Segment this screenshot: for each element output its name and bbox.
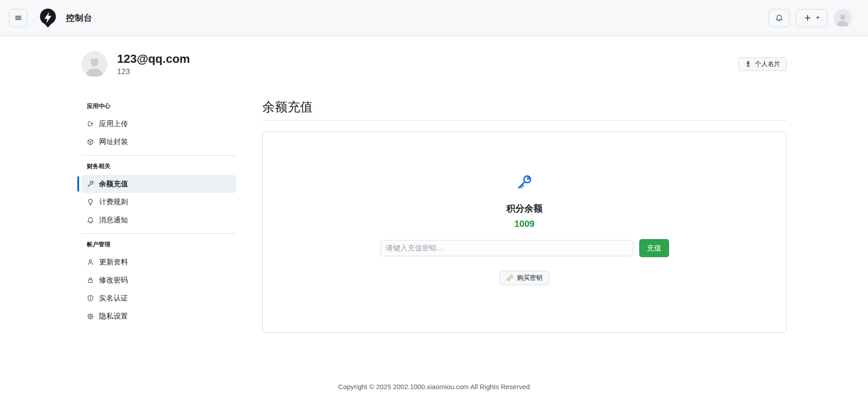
balance-label: 积分余额: [506, 202, 542, 215]
sidebar-section-title-finance: 财务相关: [81, 159, 236, 175]
link-icon: [506, 274, 514, 282]
header-avatar[interactable]: [834, 9, 852, 27]
copyright-text: Copyright © 2025 2002.1000.xiaomiou.com …: [338, 383, 530, 390]
bell-icon: [775, 14, 783, 22]
main-content: 余额充值 积分余额 1009 充值: [262, 99, 787, 333]
sidebar-divider: [81, 155, 236, 155]
profile-email: 123@qq.com: [117, 52, 190, 66]
sidebar-item-label: 计费规则: [99, 198, 128, 207]
buy-key-label: 购买密钥: [517, 274, 542, 282]
sidebar-item-label: 网址封装: [99, 137, 128, 147]
hamburger-icon: [14, 14, 22, 22]
sidebar-item-label: 更新资料: [99, 258, 128, 267]
sidebar-item-billing-rules[interactable]: 计费规则: [81, 193, 236, 211]
sidebar-divider: [81, 233, 236, 234]
profile-header: 123@qq.com 123 个人名片: [81, 51, 787, 77]
recharge-key-input[interactable]: [380, 240, 633, 256]
profile-info: 123@qq.com 123: [117, 52, 190, 76]
shield-icon: [87, 295, 94, 302]
plus-icon: [804, 14, 811, 22]
sidebar-item-label: 消息通知: [99, 216, 128, 225]
upload-icon: [87, 120, 94, 127]
profile-avatar[interactable]: [81, 51, 108, 77]
profile-username: 123: [117, 67, 190, 76]
lightbulb-icon: [87, 198, 94, 206]
sidebar-item-label: 修改密码: [99, 276, 128, 285]
footer: Copyright © 2025 2002.1000.xiaomiou.com …: [0, 383, 868, 390]
avatar-placeholder-icon: [81, 51, 108, 77]
balance-value: 1009: [514, 219, 535, 229]
lock-icon: [87, 277, 94, 284]
avatar-placeholder-icon: [834, 9, 852, 27]
person-figure-icon: [745, 61, 752, 68]
person-icon: [87, 259, 94, 266]
recharge-button[interactable]: 充值: [639, 239, 669, 257]
sidebar-item-label: 隐私设置: [99, 312, 128, 321]
personal-card-button[interactable]: 个人名片: [738, 57, 787, 71]
lightning-pin-logo: [38, 8, 58, 28]
sidebar-nav: 应用中心 应用上传 网址封装 财务相关: [81, 99, 236, 325]
sidebar-item-label: 应用上传: [99, 119, 128, 129]
sidebar-item-privacy-settings[interactable]: 隐私设置: [81, 307, 236, 325]
content-columns: 应用中心 应用上传 网址封装 财务相关: [81, 99, 787, 333]
notifications-button[interactable]: [769, 9, 789, 27]
sidebar-section-title-account: 帐户管理: [81, 237, 236, 253]
key-icon: [87, 180, 94, 188]
menu-button[interactable]: [9, 9, 27, 27]
top-bar-left: 控制台: [9, 8, 93, 28]
app-title: 控制台: [66, 12, 93, 24]
sidebar-item-label: 实名认证: [99, 294, 128, 303]
sidebar-item-label: 余额充值: [99, 179, 128, 189]
key-icon: [516, 174, 533, 191]
gear-icon: [87, 313, 94, 320]
caret-down-icon: [816, 17, 820, 19]
personal-card-label: 个人名片: [755, 60, 780, 68]
sidebar-section-title-app-center: 应用中心: [81, 99, 236, 115]
top-bar-right: [769, 9, 852, 27]
sidebar-item-real-name-verification[interactable]: 实名认证: [81, 289, 236, 307]
sidebar-item-balance-recharge[interactable]: 余额充值: [81, 175, 236, 193]
sidebar-item-change-password[interactable]: 修改密码: [81, 271, 236, 289]
sidebar-item-update-profile[interactable]: 更新资料: [81, 253, 236, 271]
package-icon: [87, 138, 94, 146]
bell-icon: [87, 216, 94, 224]
page-title: 余额充值: [262, 99, 787, 121]
recharge-card: 积分余额 1009 充值 购买密钥: [262, 132, 787, 333]
sidebar-item-notifications[interactable]: 消息通知: [81, 211, 236, 229]
create-new-button[interactable]: [796, 9, 827, 27]
sidebar-item-url-packaging[interactable]: 网址封装: [81, 133, 236, 151]
sidebar-item-app-upload[interactable]: 应用上传: [81, 115, 236, 133]
page-container: 123@qq.com 123 个人名片 应用中心 应用上传: [81, 51, 787, 333]
buy-key-button[interactable]: 购买密钥: [500, 271, 549, 285]
top-bar: 控制台: [0, 0, 868, 36]
brand[interactable]: 控制台: [38, 8, 93, 28]
recharge-form: 充值: [380, 239, 669, 257]
